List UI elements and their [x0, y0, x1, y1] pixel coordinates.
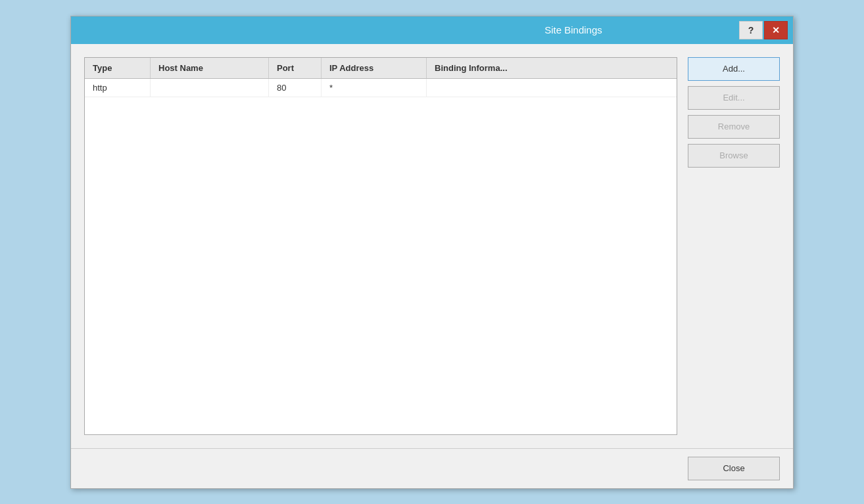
col-header-hostname: Host Name: [151, 58, 269, 78]
cell-port: 80: [269, 79, 322, 97]
cell-ip: *: [322, 79, 427, 97]
col-header-ip: IP Address: [322, 58, 427, 78]
dialog-footer: Close: [71, 448, 793, 488]
spacer: [688, 173, 780, 435]
table-row[interactable]: http 80 *: [85, 79, 677, 97]
col-header-port: Port: [269, 58, 322, 78]
bindings-table: Type Host Name Port IP Address Binding I…: [84, 57, 677, 435]
help-button[interactable]: ?: [739, 21, 763, 39]
col-header-binding: Binding Informa...: [427, 58, 677, 78]
add-button[interactable]: Add...: [688, 57, 780, 81]
close-button[interactable]: Close: [688, 457, 780, 480]
edit-button[interactable]: Edit...: [688, 86, 780, 110]
title-bar-controls: ? ✕: [739, 21, 788, 39]
table-header: Type Host Name Port IP Address Binding I…: [85, 58, 677, 79]
dialog-content: Type Host Name Port IP Address Binding I…: [71, 44, 793, 448]
cell-binding: [427, 79, 677, 97]
col-header-type: Type: [85, 58, 151, 78]
cell-hostname: [151, 79, 269, 97]
action-buttons-panel: Add... Edit... Remove Browse: [688, 57, 780, 435]
remove-button[interactable]: Remove: [688, 115, 780, 139]
dialog-title: Site Bindings: [408, 24, 739, 35]
site-bindings-dialog: Site Bindings ? ✕ Type Host Name Port IP…: [70, 16, 794, 489]
title-bar: Site Bindings ? ✕: [71, 16, 793, 44]
close-titlebar-button[interactable]: ✕: [764, 21, 788, 39]
browse-button[interactable]: Browse: [688, 144, 780, 168]
table-body[interactable]: http 80 *: [85, 79, 677, 434]
cell-type: http: [85, 79, 151, 97]
